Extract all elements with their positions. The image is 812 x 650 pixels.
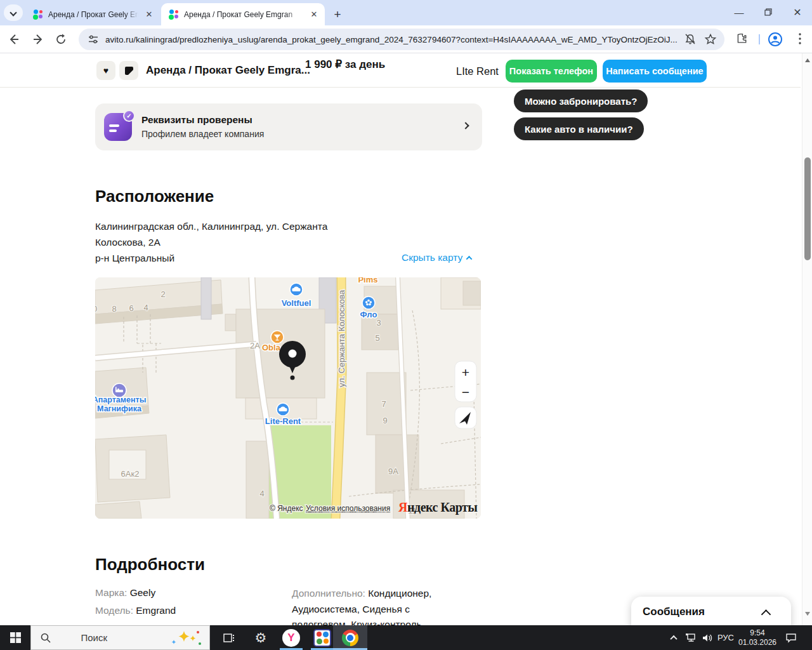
extensions-icon[interactable] <box>735 32 749 46</box>
verified-document-icon: ✓ <box>104 113 132 141</box>
verified-title: Реквизиты проверены <box>141 114 252 126</box>
taskbar-search[interactable] <box>30 625 210 650</box>
svg-text:9А: 9А <box>388 467 398 476</box>
site-controls-icon[interactable] <box>88 34 99 45</box>
language-indicator[interactable]: РУС <box>716 625 736 650</box>
svg-text:6: 6 <box>129 303 133 313</box>
windows-logo-icon <box>10 632 21 643</box>
quick-question-availability[interactable]: Какие авто в наличии? <box>514 117 644 140</box>
yandex-maps-logo: Я ндекс Карты <box>398 500 478 515</box>
favorite-button[interactable]: ♥ <box>96 61 115 80</box>
clock[interactable]: 9:54 01.03.2026 <box>736 625 779 650</box>
scrollbar[interactable] <box>802 53 812 625</box>
svg-text:3: 3 <box>376 318 381 328</box>
start-button[interactable] <box>0 625 30 650</box>
browser-tab-inactive[interactable]: Аренда / Прокат Geely Emgran ✕ <box>25 3 160 25</box>
notifications-blocked-icon[interactable] <box>684 33 697 46</box>
screen: Аренда / Прокат Geely Emgran ✕ Аренда / … <box>0 0 812 650</box>
url-bar[interactable]: avito.ru/kaliningrad/predlozheniya_uslug… <box>79 29 724 50</box>
back-button[interactable] <box>8 33 20 46</box>
browser-titlebar: Аренда / Прокат Geely Emgran ✕ Аренда / … <box>0 0 812 25</box>
url-text[interactable]: avito.ru/kaliningrad/predlozheniya_uslug… <box>105 35 684 44</box>
heart-icon: ♥ <box>103 65 108 76</box>
chrome-icon <box>342 630 358 646</box>
listing-title: Аренда / Прокат Geely Emgra... <box>146 64 310 77</box>
avito-favicon <box>169 10 179 20</box>
svg-text:2А: 2А <box>250 341 260 350</box>
scroll-down-arrow[interactable] <box>805 612 810 616</box>
chevron-down-icon <box>10 9 16 16</box>
bookmark-star-icon[interactable] <box>704 33 717 46</box>
settings-button[interactable]: ⚙ <box>247 625 274 650</box>
location-heading: Расположение <box>95 187 214 206</box>
write-message-button[interactable]: Написать сообщение <box>603 60 707 83</box>
tab-title: Аренда / Прокат Geely Emgran <box>184 10 303 19</box>
yandex-map[interactable]: ул. Сержанта Колоскова 10 8 6 4 2 2А 3 5… <box>95 277 481 519</box>
seller-name[interactable]: LIte Rent <box>456 65 499 77</box>
zoom-out-button[interactable]: − <box>462 385 469 399</box>
time: 9:54 <box>750 628 764 638</box>
window-minimize-button[interactable]: — <box>724 0 754 24</box>
window-close-button[interactable]: ✕ <box>783 0 812 24</box>
tab-title: Аренда / Прокат Geely Emgran <box>48 10 138 19</box>
yandex-browser-button[interactable]: Y <box>278 625 304 650</box>
svg-text:Voltfuel: Voltfuel <box>282 298 311 308</box>
task-view-icon <box>223 632 235 644</box>
svg-text:Магнифика: Магнифика <box>97 404 142 413</box>
notification-center-button[interactable] <box>782 625 801 650</box>
zoom-in-button[interactable]: + <box>462 365 469 380</box>
yandex-browser-icon: Y <box>282 629 300 647</box>
listing-price: 1 990 ₽ за день <box>305 58 385 71</box>
reload-button[interactable] <box>55 33 67 46</box>
address-line-1: Калининградская обл., Калининград, ул. С… <box>95 218 327 234</box>
chrome-button-active[interactable] <box>333 625 367 650</box>
scroll-up-arrow[interactable] <box>805 58 810 62</box>
profile-avatar-icon[interactable] <box>768 32 783 47</box>
search-icon <box>40 632 51 644</box>
windows-taskbar: ⚙ Y <box>0 625 812 650</box>
chevron-up-icon[interactable] <box>763 608 769 620</box>
hide-map-link[interactable]: Скрыть карту <box>402 252 471 263</box>
svg-text:5: 5 <box>375 333 379 343</box>
note-button[interactable] <box>119 61 138 80</box>
map-street-label: ул. Сержанта Колоскова <box>337 289 346 387</box>
window-restore-button[interactable] <box>754 0 783 24</box>
svg-text:10: 10 <box>95 304 97 314</box>
svg-text:4: 4 <box>259 489 264 498</box>
volume-tray-icon[interactable] <box>699 625 716 650</box>
tab-search-button[interactable] <box>4 4 23 21</box>
colored-dots-app-icon <box>313 629 331 647</box>
svg-text:ндекс Карты: ндекс Карты <box>407 500 478 515</box>
svg-text:7: 7 <box>381 399 386 409</box>
svg-text:Фло: Фло <box>360 310 377 319</box>
tab-close-icon[interactable]: ✕ <box>143 9 155 20</box>
forward-button[interactable] <box>32 33 44 46</box>
svg-text:2: 2 <box>160 289 165 299</box>
menu-dots-icon[interactable] <box>794 32 806 46</box>
browser-tab-active[interactable]: Аренда / Прокат Geely Emgran ✕ <box>161 3 325 25</box>
quick-question-book[interactable]: Можно забронировать? <box>514 90 648 112</box>
restore-icon <box>764 8 772 16</box>
avito-favicon <box>33 10 43 20</box>
tray-expand-button[interactable] <box>666 625 681 650</box>
listing-address: Калининградская обл., Калининград, ул. С… <box>95 218 327 266</box>
task-view-button[interactable] <box>216 625 242 650</box>
verified-requisites-card[interactable]: ✓ Реквизиты проверены Профилем владеет к… <box>95 103 482 150</box>
new-tab-button[interactable]: + <box>329 6 346 23</box>
map-terms-link[interactable]: Условия использования <box>306 504 390 513</box>
network-tray-icon[interactable] <box>683 625 699 650</box>
show-phone-button[interactable]: Показать телефон <box>506 60 597 83</box>
svg-text:Obla: Obla <box>262 343 281 352</box>
svg-text:Lite-Rent: Lite-Rent <box>265 416 301 426</box>
tab-close-icon[interactable]: ✕ <box>308 9 320 20</box>
chevron-right-icon <box>462 122 469 129</box>
verified-subtitle: Профилем владеет компания <box>141 129 264 139</box>
chevron-up-icon <box>466 255 473 262</box>
scrollbar-thumb[interactable] <box>804 157 811 260</box>
dots-app-button[interactable] <box>309 625 336 650</box>
svg-text:8: 8 <box>112 304 116 314</box>
detail-row-model: Модель: Emgrand <box>95 605 176 616</box>
map-zoom-controls: + − <box>455 361 476 428</box>
svg-text:4: 4 <box>143 303 148 312</box>
map-poi-pims-label[interactable]: Pims <box>358 277 377 284</box>
